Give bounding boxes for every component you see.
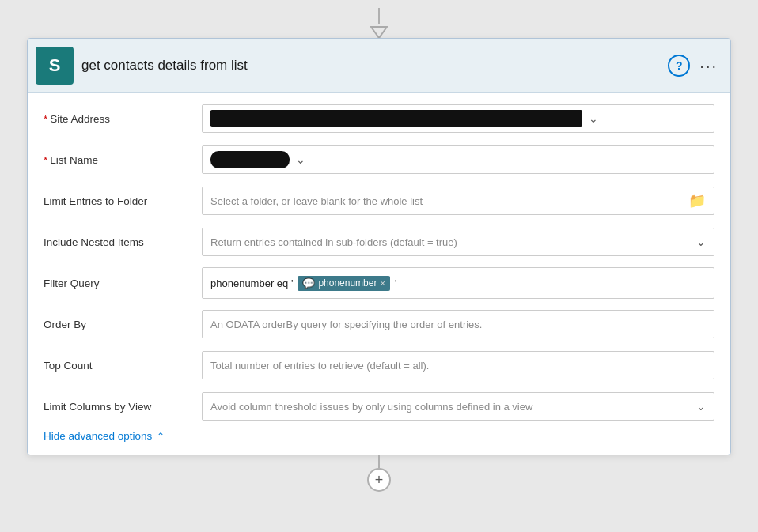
site-address-label: *Site Address [44, 113, 202, 125]
site-address-masked [210, 110, 582, 127]
limit-columns-label: Limit Columns by View [44, 401, 202, 413]
more-button[interactable]: ··· [699, 57, 718, 75]
action-card: S get contacts details from list ? ··· *… [27, 38, 731, 455]
top-count-label: Top Count [44, 360, 202, 372]
filter-text-before: phonenumber eq ' [210, 277, 293, 289]
include-nested-input[interactable]: Return entries contained in sub-folders … [202, 228, 714, 256]
filter-query-row: Filter Query phonenumber eq ' 💬 phonenum… [44, 266, 714, 300]
svg-marker-0 [371, 27, 387, 38]
include-nested-row: Include Nested Items Return entries cont… [44, 224, 714, 259]
site-address-row: *Site Address ⌄ [44, 101, 714, 136]
include-nested-dropdown-icon[interactable]: ⌄ [696, 236, 706, 248]
top-connector [370, 8, 388, 38]
list-name-row: *List Name ⌄ [44, 142, 714, 177]
list-name-input[interactable]: ⌄ [202, 145, 714, 174]
filter-query-input[interactable]: phonenumber eq ' 💬 phonenumber × ' [202, 267, 714, 299]
limit-columns-row: Limit Columns by View Avoid column thres… [44, 389, 714, 424]
icon-letter: S [49, 55, 61, 76]
folder-icon[interactable]: 📁 [688, 192, 706, 209]
top-count-placeholder: Total number of entries to retrieve (def… [210, 360, 706, 372]
filter-text-after: ' [395, 277, 396, 289]
hide-advanced-link[interactable]: Hide advanced options [44, 430, 152, 442]
hide-advanced-section: Hide advanced options ⌃ [44, 430, 714, 442]
add-step-button[interactable]: + [367, 468, 391, 492]
order-by-row: Order By An ODATA orderBy query for spec… [44, 307, 714, 341]
tag-text: phonenumber [318, 277, 377, 289]
limit-entries-input[interactable]: Select a folder, or leave blank for the … [202, 187, 714, 215]
connector-line-top [378, 8, 380, 24]
filter-tag[interactable]: 💬 phonenumber × [298, 276, 390, 291]
order-by-placeholder: An ODATA orderBy query for specifying th… [210, 319, 706, 330]
limit-columns-dropdown-icon[interactable]: ⌄ [696, 400, 706, 413]
list-name-label: *List Name [44, 154, 202, 166]
connector-line-bottom [378, 455, 380, 468]
bottom-connector: + [367, 455, 391, 492]
top-count-row: Top Count Total number of entries to ret… [44, 348, 714, 383]
site-address-dropdown-icon[interactable]: ⌄ [589, 112, 598, 125]
down-arrow-icon [370, 24, 388, 38]
limit-columns-input[interactable]: Avoid column threshold issues by only us… [202, 392, 714, 421]
order-by-label: Order By [44, 319, 202, 330]
required-star-list: * [44, 154, 47, 166]
order-by-input[interactable]: An ODATA orderBy query for specifying th… [202, 310, 714, 338]
include-nested-placeholder: Return entries contained in sub-folders … [210, 236, 690, 248]
help-button[interactable]: ? [668, 55, 690, 77]
top-count-input[interactable]: Total number of entries to retrieve (def… [202, 351, 714, 379]
card-body: *Site Address ⌄ *List Name ⌄ Limit Entri… [28, 93, 730, 455]
card-title: get contacts details from list [81, 58, 660, 74]
limit-columns-placeholder: Avoid column threshold issues by only us… [210, 401, 690, 413]
list-name-dropdown-icon[interactable]: ⌄ [296, 153, 305, 166]
header-actions: ? ··· [668, 55, 718, 77]
site-address-input[interactable]: ⌄ [202, 104, 714, 133]
tag-icon: 💬 [302, 277, 315, 289]
card-header: S get contacts details from list ? ··· [28, 39, 730, 93]
sharepoint-icon: S [36, 47, 74, 85]
list-name-masked [210, 151, 290, 168]
include-nested-label: Include Nested Items [44, 236, 202, 248]
limit-entries-placeholder: Select a folder, or leave blank for the … [210, 195, 682, 207]
filter-query-label: Filter Query [44, 277, 202, 289]
required-star-site: * [44, 113, 47, 125]
limit-entries-label: Limit Entries to Folder [44, 195, 202, 207]
chevron-up-icon: ⌃ [157, 431, 165, 442]
tag-close-button[interactable]: × [380, 278, 385, 288]
limit-entries-row: Limit Entries to Folder Select a folder,… [44, 183, 714, 218]
